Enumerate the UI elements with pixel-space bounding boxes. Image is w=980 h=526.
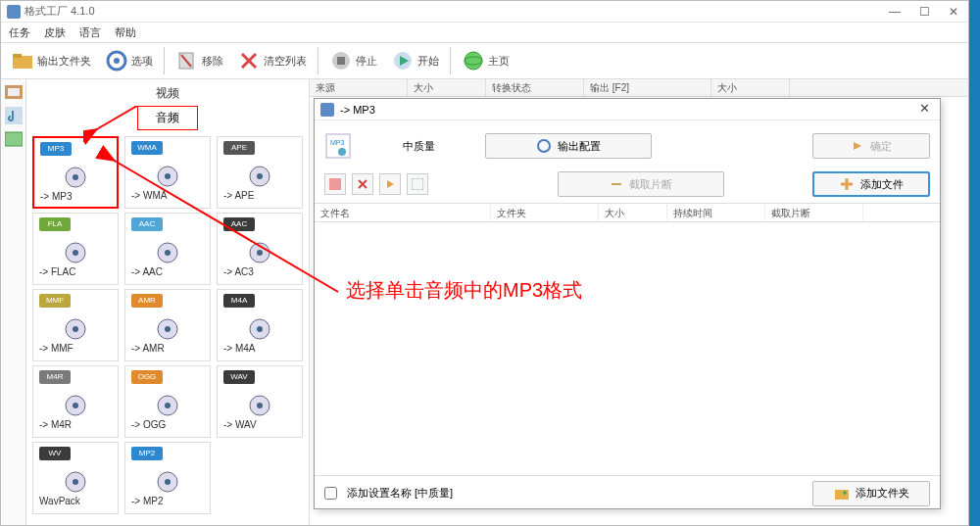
clip-button[interactable]: 截取片断 (558, 171, 724, 197)
ok-button[interactable]: 确定 (812, 133, 930, 159)
format-label: -> AMR (131, 343, 165, 354)
output-folder-button[interactable]: 输出文件夹 (5, 46, 97, 75)
format-badge: WV (39, 447, 71, 460)
remove-button[interactable]: 移除 (170, 46, 229, 75)
col-output[interactable]: 输出 [F2] (584, 79, 711, 96)
home-button[interactable]: 主页 (456, 46, 515, 75)
format-badge: WMA (131, 141, 163, 155)
play-preview-button[interactable] (379, 173, 401, 195)
col-clip[interactable]: 截取片断 (765, 204, 863, 221)
format-label: -> MP3 (40, 191, 73, 202)
option-button[interactable]: 选项 (99, 46, 159, 75)
format-file-icon (60, 462, 91, 494)
col-source[interactable]: 来源 (310, 79, 408, 96)
clear-files-button[interactable] (324, 173, 346, 195)
format-file-icon (152, 157, 183, 188)
category-video[interactable]: 视频 (26, 79, 309, 106)
menubar: 任务 皮肤 语言 帮助 (1, 23, 968, 42)
format-label: -> APE (223, 190, 254, 201)
toolbar: 输出文件夹 选项 移除 清空列表 停止 开始 主页 (1, 42, 968, 79)
format-label: -> FLAC (39, 266, 76, 277)
info-button[interactable] (407, 173, 428, 195)
col-filename[interactable]: 文件名 (315, 204, 491, 221)
format-wav[interactable]: WAV-> WAV (217, 365, 303, 438)
mp3-dialog: -> MP3 ✕ MP3 中质量 输出配置 确定 截取片断 添加文件 文 (314, 98, 941, 509)
menu-task[interactable]: 任务 (9, 25, 30, 40)
menu-lang[interactable]: 语言 (79, 25, 101, 40)
gear-icon (536, 138, 552, 154)
format-m4a[interactable]: M4A-> M4A (217, 289, 303, 361)
clear-button[interactable]: 清空列表 (231, 46, 313, 75)
format-label: WavPack (39, 496, 80, 506)
dialog-mid-row: 截取片断 添加文件 (315, 166, 940, 203)
format-badge: AAC (223, 217, 255, 231)
format-amr[interactable]: AMR-> AMR (124, 289, 211, 361)
close-button[interactable]: ✕ (939, 1, 968, 23)
svg-point-17 (73, 174, 78, 180)
format-badge: FLA (39, 217, 71, 231)
start-button[interactable]: 开始 (385, 46, 445, 75)
add-folder-button[interactable]: 添加文件夹 (812, 481, 930, 506)
dialog-close-button[interactable]: ✕ (912, 101, 936, 116)
format-mp3[interactable]: MP3-> MP3 (32, 136, 119, 209)
format-label: -> OGG (131, 419, 166, 430)
format-ac3[interactable]: AAC-> AC3 (217, 213, 303, 285)
dialog-file-list (315, 222, 940, 475)
x-icon (357, 178, 368, 190)
add-setting-checkbox[interactable] (324, 487, 337, 500)
format-label: -> M4R (39, 419, 72, 430)
format-aac[interactable]: AAC-> AAC (124, 213, 211, 285)
dialog-list-header: 文件名 文件夹 大小 持续时间 截取片断 (315, 203, 940, 222)
col-status[interactable]: 转换状态 (486, 79, 584, 96)
separator (164, 47, 165, 74)
svg-rect-13 (8, 88, 20, 96)
svg-marker-48 (854, 142, 861, 150)
category-audio[interactable]: 音频 (137, 106, 198, 130)
format-mmf[interactable]: MMF-> MMF (32, 289, 119, 361)
format-file-icon (60, 386, 91, 417)
format-ogg[interactable]: OGG-> OGG (124, 365, 211, 438)
stop-button[interactable]: 停止 (323, 46, 383, 75)
add-file-button[interactable]: 添加文件 (812, 171, 930, 197)
col-size[interactable]: 大小 (408, 79, 486, 96)
picture-tab-icon[interactable] (5, 130, 23, 148)
format-ape[interactable]: APE-> APE (217, 136, 303, 209)
format-m4r[interactable]: M4R-> M4R (32, 365, 119, 438)
svg-text:MP3: MP3 (330, 139, 345, 146)
minimize-button[interactable]: — (880, 1, 909, 23)
col-size[interactable]: 大小 (599, 204, 667, 221)
dialog-title: -> MP3 (340, 104, 375, 116)
svg-marker-50 (387, 180, 394, 188)
format-badge: AAC (131, 217, 163, 231)
format-wv[interactable]: WVWavPack (32, 442, 119, 514)
format-badge: AMR (131, 294, 163, 308)
format-mp2[interactable]: MP2-> MP2 (124, 442, 211, 514)
globe-icon (462, 49, 485, 72)
format-file-icon (60, 233, 91, 264)
window-title: 格式工厂 4.1.0 (24, 4, 95, 19)
format-label: -> WAV (223, 419, 257, 430)
col-folder[interactable]: 文件夹 (491, 204, 599, 221)
svg-rect-49 (329, 178, 341, 190)
format-label: -> MMF (39, 343, 74, 354)
col-duration[interactable]: 持续时间 (667, 204, 765, 221)
format-badge: APE (223, 141, 255, 155)
output-config-button[interactable]: 输出配置 (485, 133, 652, 159)
format-panel: 视频 音频 MP3-> MP3WMA-> WMAAPE-> APEFLA-> F… (26, 79, 309, 525)
format-badge: MP3 (40, 142, 72, 156)
video-tab-icon[interactable] (5, 83, 23, 101)
maximize-button[interactable]: ☐ (909, 1, 939, 23)
remove-file-button[interactable] (352, 173, 373, 195)
menu-skin[interactable]: 皮肤 (44, 25, 66, 40)
play-icon (384, 178, 396, 190)
audio-tab-icon[interactable] (5, 107, 23, 124)
svg-rect-44 (326, 134, 350, 158)
svg-rect-15 (5, 132, 23, 146)
menu-help[interactable]: 帮助 (115, 25, 136, 40)
format-wma[interactable]: WMA-> WMA (124, 136, 211, 209)
format-badge: MMF (39, 294, 71, 308)
svg-rect-7 (337, 57, 345, 65)
folder-plus-icon (834, 486, 850, 502)
col-size2[interactable]: 大小 (711, 79, 790, 96)
format-flac[interactable]: FLA-> FLAC (32, 213, 119, 285)
